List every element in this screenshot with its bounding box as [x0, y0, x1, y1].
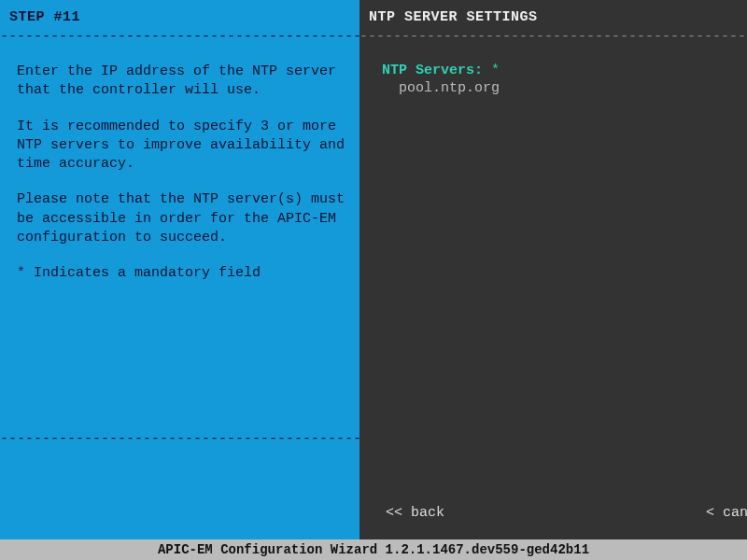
instruction-para-2: It is recommended to specify 3 or more N… [17, 118, 348, 175]
required-star-icon: * [491, 63, 500, 78]
footer-bar: APIC-EM Configuration Wizard 1.2.1.1467.… [0, 539, 747, 560]
right-pane: NTP SERVER SETTINGS --------------------… [359, 0, 747, 539]
back-button[interactable]: << back [378, 501, 452, 525]
left-pane: STEP #11 -------------------------------… [0, 0, 359, 539]
wizard-screen: STEP #11 -------------------------------… [0, 0, 747, 560]
ntp-servers-field: NTP Servers: * [382, 63, 747, 78]
ntp-servers-label: NTP Servers: [382, 63, 483, 78]
ntp-servers-value[interactable]: pool.ntp.org [382, 80, 747, 96]
instructions-body: Enter the IP address of the NTP server t… [0, 48, 359, 433]
instruction-para-3: Please note that the NTP server(s) must … [17, 190, 348, 247]
settings-body: NTP Servers: * pool.ntp.org [359, 48, 747, 539]
settings-header: NTP SERVER SETTINGS [359, 0, 747, 31]
main-area: STEP #11 -------------------------------… [0, 0, 747, 539]
cancel-button[interactable]: < cancel > [698, 501, 747, 525]
nav-row: << back < cancel > next >> [359, 497, 747, 528]
right-header-rule: ----------------------------------------… [359, 31, 747, 48]
instruction-mandatory-note: * Indicates a mandatory field [17, 264, 348, 283]
left-bottom-rule: ----------------------------------------… [0, 433, 359, 450]
instruction-para-1: Enter the IP address of the NTP server t… [17, 63, 348, 101]
left-header-rule: ----------------------------------------… [0, 31, 359, 48]
step-header: STEP #11 [0, 0, 359, 31]
